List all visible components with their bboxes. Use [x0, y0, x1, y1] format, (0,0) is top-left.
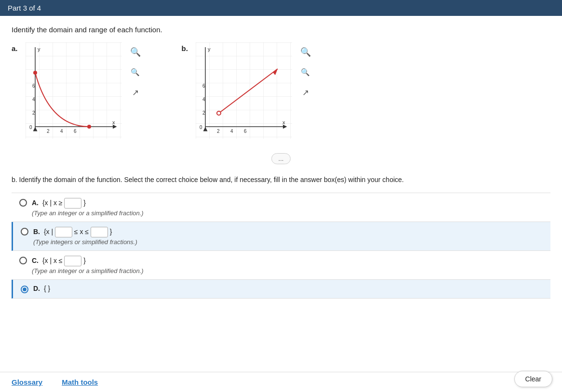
- svg-text:2: 2: [47, 129, 50, 134]
- svg-text:y: y: [38, 46, 40, 52]
- options-list: A. {x | x ≥ } (Type an integer or a simp…: [12, 193, 550, 299]
- ellipsis-row: ...: [12, 148, 550, 169]
- svg-text:y: y: [208, 46, 211, 52]
- glossary-link[interactable]: Glossary: [12, 378, 42, 386]
- option-d-row[interactable]: D. { }: [12, 280, 550, 299]
- option-c-label: C. {x | x ≤ } (Type an integer or a simp…: [32, 256, 144, 274]
- question-instruction: Identify the domain and range of each fu…: [12, 26, 550, 34]
- graph-a-section: a.: [12, 42, 143, 139]
- option-a-letter: A.: [32, 199, 39, 207]
- svg-text:2: 2: [32, 110, 35, 116]
- svg-text:6: 6: [32, 83, 35, 89]
- radio-b[interactable]: [21, 228, 28, 235]
- graph-b-svg: x y 2 4 6 2 4 6: [196, 42, 292, 139]
- svg-text:4: 4: [60, 129, 63, 134]
- option-b-letter: B.: [33, 228, 40, 235]
- svg-text:6: 6: [74, 129, 77, 134]
- option-a-math: {x | x ≥ }: [42, 199, 86, 207]
- graph-b-label: b.: [182, 44, 188, 52]
- footer-bar: Glossary Math tools: [0, 372, 562, 392]
- option-c-hint: (Type an integer or a simplified fractio…: [32, 267, 144, 274]
- ellipsis-button[interactable]: ...: [271, 153, 291, 164]
- svg-point-26: [217, 111, 221, 115]
- svg-text:6: 6: [202, 83, 205, 89]
- option-b-input1[interactable]: [55, 227, 72, 237]
- option-b-math: {x | ≤ x ≤ }: [44, 228, 112, 235]
- zoom-out-icon-a[interactable]: 🔍: [128, 65, 143, 80]
- option-b-input2[interactable]: [91, 227, 108, 237]
- option-b-hint: (Type integers or simplified fractions.): [33, 238, 137, 246]
- graph-b-section: b.: [182, 42, 313, 139]
- option-d-math: { }: [44, 285, 50, 292]
- svg-rect-14: [196, 42, 292, 139]
- graph-b-container: x y 2 4 6 2 4 6: [196, 42, 292, 139]
- graph-b-tools: 🔍 🔍 ↗: [298, 44, 313, 100]
- option-c-letter: C.: [32, 257, 39, 264]
- svg-text:0: 0: [200, 125, 202, 130]
- option-b-row[interactable]: B. {x | ≤ x ≤ } (Type integers or simpli…: [12, 222, 550, 251]
- option-b-label: B. {x | ≤ x ≤ } (Type integers or simpli…: [33, 227, 137, 246]
- svg-text:4: 4: [32, 97, 35, 102]
- svg-text:2: 2: [202, 110, 205, 116]
- graph-a-tools: 🔍 🔍 ↗: [128, 44, 143, 100]
- clear-button[interactable]: Clear: [514, 371, 552, 387]
- svg-text:4: 4: [202, 97, 205, 102]
- zoom-in-icon-b[interactable]: 🔍: [298, 44, 313, 60]
- graph-a-svg: x y 2 4 6 2 4 6: [26, 42, 122, 139]
- part-title: Part 3 of 4: [8, 4, 41, 12]
- zoom-out-icon-b[interactable]: 🔍: [298, 65, 313, 80]
- svg-point-11: [33, 71, 37, 75]
- zoom-in-icon-a[interactable]: 🔍: [128, 44, 143, 60]
- graphs-row: a.: [12, 42, 550, 139]
- external-link-icon-a[interactable]: ↗: [128, 85, 143, 100]
- svg-text:x: x: [112, 119, 115, 125]
- svg-point-12: [87, 125, 91, 129]
- svg-text:2: 2: [217, 129, 220, 134]
- option-a-input[interactable]: [64, 198, 81, 209]
- svg-text:6: 6: [244, 129, 247, 134]
- graph-a-container: x y 2 4 6 2 4 6: [26, 42, 122, 139]
- option-d-letter: D.: [33, 285, 40, 292]
- option-d-label: D. { }: [33, 285, 50, 292]
- graph-a-label: a.: [12, 44, 18, 52]
- radio-d[interactable]: [21, 286, 28, 293]
- part-b-instruction: b. Identify the domain of the function. …: [12, 175, 550, 185]
- external-link-icon-b[interactable]: ↗: [298, 85, 313, 100]
- option-a-hint: (Type an integer or a simplified fractio…: [32, 209, 144, 217]
- option-c-row[interactable]: C. {x | x ≤ } (Type an integer or a simp…: [12, 251, 550, 280]
- svg-text:4: 4: [230, 129, 233, 134]
- math-tools-link[interactable]: Math tools: [62, 378, 98, 386]
- option-c-math: {x | x ≤ }: [42, 257, 86, 264]
- main-content: Identify the domain and range of each fu…: [0, 16, 562, 387]
- radio-a[interactable]: [19, 199, 27, 207]
- option-c-input[interactable]: [64, 256, 81, 266]
- svg-text:x: x: [282, 119, 285, 125]
- option-a-label: A. {x | x ≥ } (Type an integer or a simp…: [32, 198, 144, 217]
- svg-text:0: 0: [29, 125, 32, 130]
- part-header: Part 3 of 4: [0, 0, 562, 16]
- radio-c[interactable]: [19, 257, 27, 264]
- option-a-row[interactable]: A. {x | x ≥ } (Type an integer or a simp…: [12, 193, 550, 222]
